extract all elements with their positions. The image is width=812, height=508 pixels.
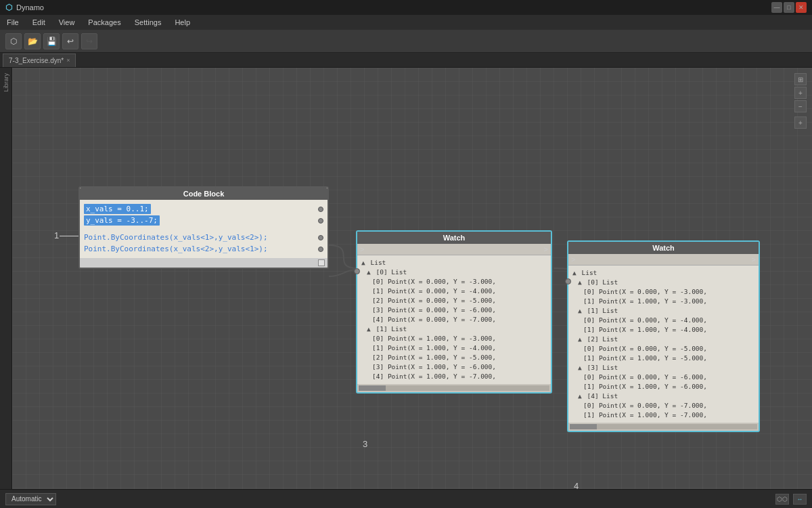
- zoom-out-button[interactable]: −: [794, 100, 807, 112]
- window-controls: — □ ✕: [771, 2, 807, 13]
- undo-button[interactable]: ↩: [62, 33, 78, 49]
- watch1-row-11: [3] Point(X = 1.000, Y = -6.000,: [361, 362, 547, 372]
- watch2-row-12: [1] Point(X = 1.000, Y = -6.000,: [572, 382, 754, 391]
- canvas-label-4: 4: [574, 481, 579, 489]
- status-icon-2[interactable]: ↔: [793, 494, 807, 505]
- close-button[interactable]: ✕: [796, 2, 807, 13]
- watch1-row-7: ▲ [1] List: [361, 324, 547, 334]
- minimize-button[interactable]: —: [771, 2, 782, 13]
- active-tab[interactable]: 7-3_Exercise.dyn* ×: [3, 54, 76, 67]
- label1-line: [60, 236, 80, 236]
- watch1-row-5: [3] Point(X = 0.000, Y = -6.000,: [361, 305, 547, 315]
- status-right: ⬡⬡ ↔: [775, 494, 807, 505]
- watch2-row-7: ▲ [2] List: [572, 335, 754, 344]
- watch1-row-1: ▲ [0] List: [361, 268, 547, 277]
- watch1-row-6: [4] Point(X = 0.000, Y = -7.000,: [361, 315, 547, 324]
- code-block-bottom: [80, 258, 328, 268]
- menu-settings[interactable]: Settings: [131, 17, 166, 28]
- watch2-scrollbar[interactable]: [570, 424, 757, 429]
- canvas[interactable]: 1 Code Block x_vals = 0..1; y_vals = -3.…: [12, 68, 812, 489]
- menu-file[interactable]: File: [3, 17, 23, 28]
- watch1-top-bar: > >: [357, 244, 551, 255]
- tab-close-icon[interactable]: ×: [66, 57, 70, 64]
- statusbar: Automatic ⬡⬡ ↔: [0, 489, 812, 508]
- watch1-scrollbar-thumb: [359, 385, 386, 391]
- port-out-3[interactable]: [318, 235, 323, 240]
- mini-controls: ⊞ + − +: [794, 73, 807, 129]
- watch-node-2: Watch > > ▲ List ▲ [0] List [0] Point(X …: [567, 240, 760, 432]
- watch1-row-4: [2] Point(X = 0.000, Y = -5.000,: [361, 296, 547, 305]
- menu-packages[interactable]: Packages: [84, 17, 125, 28]
- fit-view-button[interactable]: ⊞: [794, 73, 807, 85]
- menubar: File Edit View Packages Settings Help: [0, 15, 812, 30]
- save-button[interactable]: 💾: [43, 33, 60, 49]
- watch1-row-8: [0] Point(X = 1.000, Y = -3.000,: [361, 334, 547, 343]
- watch2-content: ▲ List ▲ [0] List [0] Point(X = 0.000, Y…: [568, 266, 759, 423]
- watch2-row-0: ▲ List: [572, 268, 754, 278]
- port-out-4[interactable]: [318, 247, 323, 252]
- code-highlight-2: y_vals = -3..-7;: [84, 215, 160, 226]
- redo-button[interactable]: ↪: [81, 33, 97, 49]
- zoom-in-button[interactable]: +: [794, 87, 807, 99]
- code-line-3: Point.ByCoordinates(x_vals<1>,y_vals<2>)…: [84, 232, 268, 242]
- add-node-button[interactable]: +: [794, 117, 807, 129]
- toolbar: ⬡ 📂 💾 ↩ ↪: [0, 30, 812, 53]
- watch2-row-13: ▲ [4] List: [572, 391, 754, 401]
- canvas-label-1: 1: [54, 230, 59, 240]
- watch2-row-11: [0] Point(X = 0.000, Y = -6.000,: [572, 373, 754, 382]
- watch2-header: Watch: [568, 242, 759, 254]
- watch1-row-12: [4] Point(X = 1.000, Y = -7.000,: [361, 372, 547, 381]
- code-row-2: y_vals = -3..-7;: [84, 215, 323, 226]
- watch2-row-5: [0] Point(X = 0.000, Y = -4.000,: [572, 316, 754, 325]
- menu-edit[interactable]: Edit: [28, 17, 49, 28]
- new-button[interactable]: ⬡: [5, 33, 22, 49]
- watch2-arrow-right[interactable]: >: [752, 255, 756, 263]
- titlebar: ⬡ Dynamo — □ ✕: [0, 0, 812, 15]
- open-button[interactable]: 📂: [24, 33, 41, 49]
- sidebar-label: Library: [3, 73, 9, 92]
- watch1-row-0: ▲ List: [361, 258, 547, 268]
- watch1-scrollbar[interactable]: [359, 385, 549, 391]
- watch1-port-left[interactable]: [354, 268, 360, 274]
- port-out-2[interactable]: [318, 218, 323, 224]
- watch-node-1: Watch > > ▲ List ▲ [0] List [0] Point(X …: [356, 230, 552, 394]
- code-line-4: Point.ByCoordinates(x_vals<2>,y_vals<1>)…: [84, 244, 268, 254]
- app-logo: ⬡: [5, 3, 12, 12]
- code-block-header: Code Block: [80, 188, 328, 200]
- watch1-row-3: [1] Point(X = 0.000, Y = -4.000,: [361, 287, 547, 296]
- watch1-arrow-right[interactable]: >: [544, 245, 548, 253]
- watch2-row-14: [0] Point(X = 0.000, Y = -7.000,: [572, 401, 754, 410]
- tab-title: 7-3_Exercise.dyn*: [9, 57, 64, 64]
- watch1-content: ▲ List ▲ [0] List [0] Point(X = 0.000, Y…: [357, 255, 551, 384]
- watch2-arrow-left[interactable]: >: [571, 255, 575, 263]
- watch2-scrollbar-thumb: [570, 424, 597, 429]
- watch2-row-4: ▲ [1] List: [572, 306, 754, 316]
- code-block-body: x_vals = 0..1; y_vals = -3..-7; Point.By…: [80, 200, 328, 258]
- code-row-4: Point.ByCoordinates(x_vals<2>,y_vals<1>)…: [84, 244, 323, 254]
- maximize-button[interactable]: □: [784, 2, 794, 13]
- run-mode-select[interactable]: Automatic: [5, 493, 56, 505]
- watch2-row-15: [1] Point(X = 1.000, Y = -7.000,: [572, 410, 754, 420]
- code-block-node: Code Block x_vals = 0..1; y_vals = -3..-…: [78, 186, 329, 269]
- sidebar: Library: [0, 68, 12, 489]
- code-block-checkbox[interactable]: [318, 259, 325, 266]
- watch2-row-3: [1] Point(X = 1.000, Y = -3.000,: [572, 297, 754, 306]
- watch2-bottom: [568, 423, 759, 431]
- watch2-row-8: [0] Point(X = 0.000, Y = -5.000,: [572, 344, 754, 354]
- menu-view[interactable]: View: [55, 17, 79, 28]
- watch1-row-2: [0] Point(X = 0.000, Y = -3.000,: [361, 277, 547, 287]
- code-row-3: Point.ByCoordinates(x_vals<1>,y_vals<2>)…: [84, 232, 323, 242]
- watch1-arrow-left[interactable]: >: [360, 245, 364, 253]
- status-icon-1[interactable]: ⬡⬡: [775, 494, 789, 505]
- code-row-1: x_vals = 0..1;: [84, 204, 323, 214]
- watch2-port-left[interactable]: [565, 278, 571, 284]
- code-line-1: x_vals = 0..1;: [84, 204, 151, 214]
- main-area: Library 1 Code Block x_vals = 0..1;: [0, 68, 812, 489]
- watch1-row-9: [1] Point(X = 1.000, Y = -4.000,: [361, 343, 547, 353]
- code-highlight-1: x_vals = 0..1;: [84, 204, 151, 214]
- port-out-1[interactable]: [318, 207, 323, 212]
- menu-help[interactable]: Help: [171, 17, 194, 28]
- spacer: [84, 227, 323, 231]
- canvas-label-3: 3: [363, 439, 367, 449]
- watch2-row-6: [1] Point(X = 1.000, Y = -4.000,: [572, 325, 754, 335]
